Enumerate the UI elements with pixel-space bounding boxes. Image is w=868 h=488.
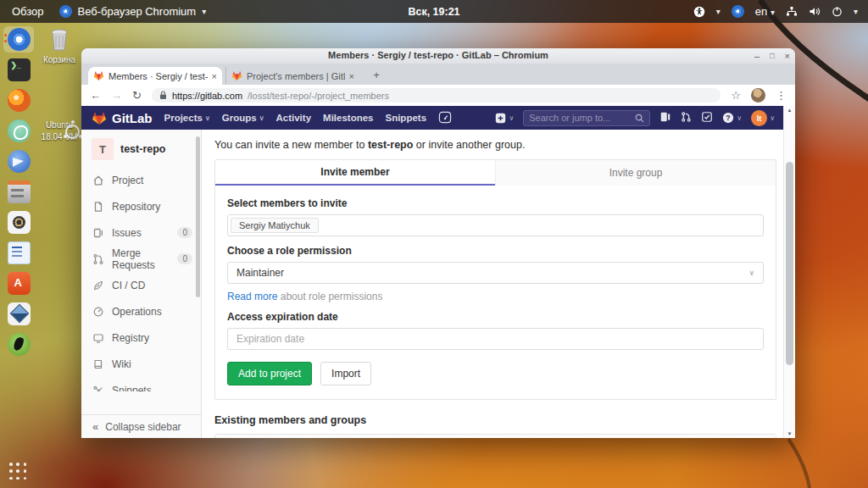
sidebar-item-wiki[interactable]: Wiki [81,351,201,377]
volume-icon[interactable] [809,6,821,17]
ubuntu-vm-desktop-icon[interactable]: Ubuntu 18.04 VM [37,119,81,141]
clock[interactable]: Вск, 19:21 [408,6,459,18]
merge-requests-nav-icon[interactable] [681,111,692,125]
read-more-link[interactable]: Read more [227,291,277,302]
show-applications-button[interactable] [9,463,28,481]
dock-thunderbird[interactable] [3,148,34,175]
sidebar-item-operations[interactable]: Operations [81,298,201,324]
sidebar-item-issues[interactable]: Issues 0 [81,219,201,246]
todos-nav-icon[interactable] [701,111,713,125]
network-icon[interactable] [786,6,798,17]
user-menu[interactable]: lt ∨ [751,110,775,126]
global-search[interactable] [523,110,650,126]
issues-icon [92,227,104,239]
sidebar-item-ci-cd[interactable]: CI / CD [81,272,201,298]
project-avatar: T [92,138,114,160]
import-button[interactable]: Import [320,362,371,385]
global-search-input[interactable] [529,113,632,123]
browser-menu-icon[interactable]: ⋮ [776,89,787,102]
thunderbird-icon [8,150,31,173]
role-select[interactable]: Maintainer ∨ [227,262,764,284]
chevron-down-icon: ∨ [205,114,210,122]
sidebar-item-repository[interactable]: Repository [81,193,201,219]
sidebar-item-registry[interactable]: Registry [81,324,201,351]
address-bar[interactable]: https://gitlab.com/losst/test-repo/-/pro… [152,88,721,103]
add-to-project-button[interactable]: Add to project [227,362,312,385]
collapse-sidebar-button[interactable]: « Collapse sidebar [81,414,201,438]
tab-close-icon[interactable]: × [349,71,354,81]
create-new-menu[interactable]: ∨ [495,113,514,124]
maximize-button[interactable]: □ [770,49,774,63]
knot-icon [8,119,31,142]
gitlab-favicon [93,70,104,81]
browser-tab-background[interactable]: Project's members | GitLa × [225,67,359,85]
chevron-down-icon: ∨ [509,114,514,122]
tab-invite-member[interactable]: Invite member [215,160,495,186]
firefox-icon [8,89,31,112]
accessibility-menu[interactable] [693,6,705,18]
forward-icon[interactable]: → [111,89,122,102]
window-titlebar[interactable]: Members · Sergiy / test-repo · GitLab – … [81,48,795,64]
activities-button[interactable]: Обзор [12,5,44,18]
nav-projects[interactable]: Projects ∨ [164,113,210,123]
nav-milestones[interactable]: Milestones [323,113,373,123]
dock-chromium[interactable] [3,26,34,53]
dock-terminal[interactable] [3,57,34,83]
dashboard-gauge-icon[interactable] [438,111,452,125]
expiration-date-input[interactable] [227,328,764,350]
selected-member-chip[interactable]: Sergiy Matiychuk [231,218,319,233]
close-button[interactable]: × [785,49,790,63]
dock-file-cabinet[interactable] [3,179,34,205]
browser-profile-avatar[interactable] [751,88,765,103]
dock-installer[interactable] [3,270,34,297]
page-scrollbar[interactable]: ▲ ▼ [783,106,795,438]
role-hint: Read more about role permissions [227,291,764,302]
bookmark-star-icon[interactable]: ☆ [731,89,741,102]
dock-game[interactable] [3,331,34,358]
dock-gnome-app[interactable] [3,118,34,144]
scroll-up-icon[interactable]: ▲ [784,108,795,113]
help-menu[interactable]: ? ∨ [722,112,742,124]
nav-groups[interactable]: Groups ∨ [222,113,264,123]
dock-media-player[interactable] [3,209,34,236]
app-menu-label: Веб-браузер Chromium [78,5,197,18]
dock-virtualbox[interactable] [3,301,34,327]
dock-libreoffice-writer[interactable] [3,240,34,266]
expiration-label: Access expiration date [227,311,764,323]
scroll-down-icon[interactable]: ▼ [784,431,795,436]
file-cabinet-icon [8,180,31,203]
minimize-button[interactable]: – [754,49,760,63]
browser-window: Members · Sergiy / test-repo · GitLab – … [81,48,795,438]
gitlab-favicon [231,70,242,81]
tab-invite-group[interactable]: Invite group [495,160,776,186]
nav-activity[interactable]: Activity [276,113,312,123]
nav-snippets[interactable]: Snippets [385,113,426,123]
page-scrollbar-thumb[interactable] [786,162,793,365]
members-label: Select members to invite [227,197,764,209]
dock-firefox[interactable] [3,87,34,114]
reload-icon[interactable]: ↻ [132,89,142,102]
back-icon[interactable]: ← [90,89,101,102]
chromium-icon [59,5,72,18]
tab-title: Members · Sergiy / test-re [108,71,208,81]
sidebar-scrollbar-thumb[interactable] [196,136,200,297]
sidebar-item-merge-requests[interactable]: Merge Requests 0 [81,246,201,272]
language-indicator[interactable]: en ▾ [755,5,775,18]
gitlab-sidebar: T test-repo Project Repository [81,130,202,438]
tab-close-icon[interactable]: × [212,71,217,81]
app-menu[interactable]: Веб-браузер Chromium ▾ [59,5,207,18]
sidebar-project-header[interactable]: T test-repo [81,130,201,167]
chevron-down-icon: ▾ [716,7,721,16]
sidebar-item-snippets[interactable]: Snippets [81,377,201,391]
members-select-input[interactable]: Sergiy Matiychuk [227,214,764,236]
browser-tab-active[interactable]: Members · Sergiy / test-re × [88,67,222,85]
sidebar-item-project[interactable]: Project [81,167,201,193]
power-icon[interactable] [832,6,843,17]
issues-nav-icon[interactable] [659,111,671,125]
chromium-indicator-icon[interactable] [732,5,744,18]
members-card: Members of test-repo 1 Name, ascending ∨ [214,434,776,438]
plus-square-icon [495,113,506,124]
new-tab-button[interactable]: + [368,67,385,85]
gitlab-logo[interactable]: GitLab [92,111,153,125]
trash-desktop-icon[interactable]: Корзина [37,28,81,65]
